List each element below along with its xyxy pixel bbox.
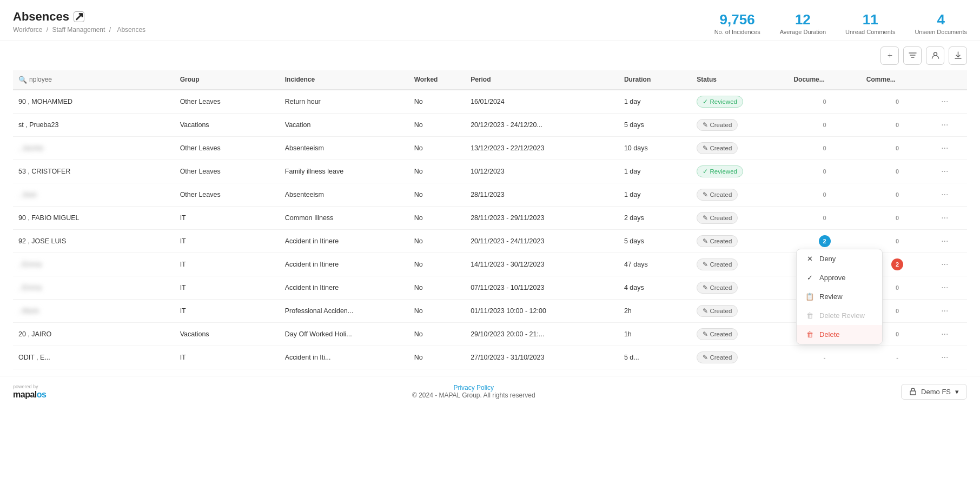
cell-period: 20/12/2023 - 24/12/20... <box>465 113 619 136</box>
stats-bar: 9,756 No. of Incidences 12 Average Durat… <box>714 12 967 35</box>
cell-status: ✓ Reviewed <box>691 160 788 183</box>
status-badge: ✎ Created <box>697 351 738 363</box>
status-badge: ✎ Created <box>697 235 738 247</box>
cell-duration: 5 days <box>619 113 691 136</box>
logo-mapal: mapal <box>13 390 37 399</box>
table-row: ODIT , E...ITAccident in Iti...No27/10/2… <box>13 346 967 369</box>
more-actions-button[interactable]: ··· <box>939 165 950 177</box>
cell-period: 28/11/2023 - 29/11/2023 <box>465 206 619 229</box>
cell-comments: 0 <box>861 90 933 114</box>
cell-incidence: Common Illness <box>280 206 409 229</box>
comments-count: 0 <box>891 142 903 154</box>
cell-duration: 5 d... <box>619 346 691 369</box>
col-header-period: Period <box>465 70 619 90</box>
cell-group: IT <box>175 346 280 369</box>
more-actions-button[interactable]: ··· <box>939 119 950 131</box>
table-row: 90 , MOHAMMEDOther LeavesReturn hourNo16… <box>13 90 967 114</box>
context-delete[interactable]: 🗑 Delete <box>797 325 882 344</box>
cell-status: ✎ Created <box>691 299 788 322</box>
cell-employee: 90 , FABIO MIGUEL <box>13 206 175 229</box>
cell-employee: , Emma <box>13 276 175 299</box>
cell-status: ✎ Created <box>691 229 788 253</box>
employee-search-input[interactable] <box>29 76 72 83</box>
cell-employee: 53 , CRISTOFER <box>13 160 175 183</box>
more-actions-button[interactable]: ··· <box>939 189 950 201</box>
status-badge: ✎ Created <box>697 142 738 154</box>
cell-employee: 20 , JAIRO <box>13 322 175 346</box>
more-actions-button[interactable]: ··· <box>939 305 950 317</box>
cell-group: Vacations <box>175 322 280 346</box>
svg-point-0 <box>933 52 937 56</box>
more-actions-button[interactable]: ··· <box>939 258 950 270</box>
cell-employee: , Marie <box>13 299 175 322</box>
col-header-duration: Duration <box>619 70 691 90</box>
cell-group: Other Leaves <box>175 160 280 183</box>
col-header-docs: Docume... <box>788 70 860 90</box>
cell-worked: No <box>409 229 466 253</box>
more-actions-button[interactable]: ··· <box>939 142 950 154</box>
more-actions-button[interactable]: ··· <box>939 328 950 340</box>
col-header-incidence: Incidence <box>280 70 409 90</box>
cell-docs: 0 <box>788 183 860 206</box>
cell-duration: 1 day <box>619 183 691 206</box>
cell-comments: 0 <box>861 113 933 136</box>
cell-employee: st , Prueba23 <box>13 113 175 136</box>
breadcrumb-absences: Absences <box>117 26 145 34</box>
cell-duration: 2h <box>619 299 691 322</box>
breadcrumb-staff-management[interactable]: Staff Management <box>52 26 105 34</box>
cell-worked: No <box>409 136 466 160</box>
cell-group: IT <box>175 299 280 322</box>
cell-worked: No <box>409 253 466 276</box>
context-review[interactable]: 📋 Review <box>797 287 882 306</box>
download-button[interactable] <box>949 47 967 65</box>
status-badge: ✓ Reviewed <box>697 165 743 177</box>
user-button[interactable] <box>926 47 944 65</box>
cell-actions: ··· <box>933 229 967 253</box>
context-deny[interactable]: ✕ Deny <box>797 249 882 268</box>
footer-logo: powered by mapalos <box>13 384 46 400</box>
cell-employee: 90 , MOHAMMED <box>13 90 175 114</box>
cell-status: ✎ Created <box>691 253 788 276</box>
cell-worked: No <box>409 322 466 346</box>
comments-count: - <box>891 351 903 363</box>
more-actions-button[interactable]: ··· <box>939 351 950 363</box>
cell-worked: No <box>409 113 466 136</box>
cell-incidence: Accident in Itinere <box>280 276 409 299</box>
table-row: st , Prueba23VacationsVacationNo20/12/20… <box>13 113 967 136</box>
breadcrumb-workforce[interactable]: Workforce <box>13 26 42 34</box>
context-delete-review: 🗑 Delete Review <box>797 306 882 325</box>
title-text: Absences <box>13 10 69 24</box>
cell-worked: No <box>409 299 466 322</box>
table-row: , JacintoOther LeavesAbsenteeismNo13/12/… <box>13 136 967 160</box>
privacy-policy-link[interactable]: Privacy Policy <box>453 384 494 392</box>
add-button[interactable]: ＋ <box>880 47 899 65</box>
more-actions-button[interactable]: ··· <box>939 235 950 247</box>
docs-count: 0 <box>819 189 831 201</box>
cell-status: ✎ Created <box>691 276 788 299</box>
cell-group: Vacations <box>175 113 280 136</box>
logo-os: os <box>37 390 47 399</box>
more-actions-button[interactable]: ··· <box>939 212 950 224</box>
cell-incidence: Vacation <box>280 113 409 136</box>
cell-employee: ODIT , E... <box>13 346 175 369</box>
cell-actions: ··· <box>933 276 967 299</box>
cell-duration: 1 day <box>619 90 691 114</box>
cell-group: IT <box>175 276 280 299</box>
cell-period: 28/11/2023 <box>465 183 619 206</box>
cell-worked: No <box>409 183 466 206</box>
svg-rect-1 <box>910 391 916 395</box>
more-actions-button[interactable]: ··· <box>939 96 950 108</box>
cell-duration: 47 days <box>619 253 691 276</box>
cell-employee: , Jacinto <box>13 136 175 160</box>
more-actions-button[interactable]: ··· <box>939 282 950 294</box>
cell-status: ✓ Reviewed <box>691 90 788 114</box>
cell-period: 16/01/2024 <box>465 90 619 114</box>
cell-comments: 0 <box>861 183 933 206</box>
comments-count: 0 <box>891 282 903 294</box>
company-selector[interactable]: Demo FS ▾ <box>901 384 967 400</box>
expand-icon[interactable]: ↗ <box>74 11 84 22</box>
context-approve[interactable]: ✓ Approve <box>797 268 882 287</box>
cell-actions: ··· <box>933 136 967 160</box>
delete-icon: 🗑 <box>805 330 814 339</box>
filter-button[interactable] <box>903 47 922 65</box>
